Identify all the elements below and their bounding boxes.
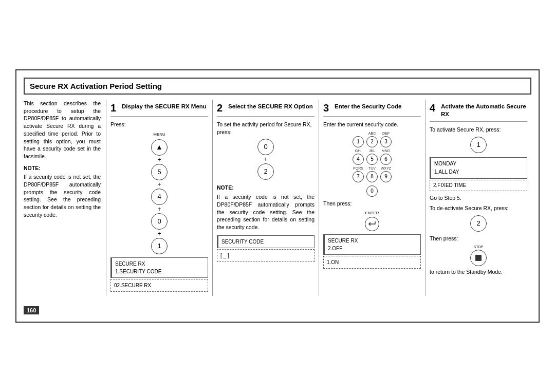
step-4-activate-btn: 1 — [430, 137, 527, 153]
numpad-btn-1: 1 — [353, 136, 364, 147]
numpad-btn-3: 3 — [380, 136, 392, 147]
step-1-lcd-sub: 02.SECURE RX — [110, 279, 208, 292]
step-2-body: To set the activity period for Secure RX… — [217, 121, 314, 262]
numpad-3: DEF 3 — [380, 132, 392, 147]
step-1-header: 1 Display the SECURE RX Menu — [110, 100, 208, 117]
enter-button — [365, 217, 379, 231]
step-4-header: 4 Activate the Automatic Secure RX — [430, 100, 527, 122]
step-1-number: 1 — [110, 103, 120, 113]
numpad-btn-7: 7 — [353, 171, 364, 182]
step-2-title: Select the SECURE RX Option — [228, 103, 313, 110]
step-3-lcd-sub: 1.ON — [323, 256, 421, 269]
enter-button-area: ENTER — [365, 210, 379, 231]
step-4-column: 4 Activate the Automatic Secure RX To ac… — [425, 100, 531, 296]
step-1-keypad: MENU ▲ + 5 + 4 + 0 + 1 — [110, 132, 208, 254]
step-2-number: 2 — [217, 103, 226, 113]
step-3-column: 3 Enter the Security Code Enter the curr… — [319, 100, 425, 296]
step-4-lcd-monday: MONDAY 1.ALL DAY — [430, 157, 527, 179]
main-page: Secure RX Activation Period Setting This… — [15, 69, 540, 323]
numpad-9: WXYZ 9 — [380, 166, 392, 182]
btn-5: 5 — [151, 164, 168, 180]
numpad-btn-5: 5 — [366, 154, 378, 165]
step-3-then-press: Then press: — [323, 200, 421, 208]
deactivate-text: To de-activate Secure RX, press: — [430, 204, 527, 212]
numpad-8: TUV 8 — [366, 166, 378, 182]
note-label: NOTE: — [24, 164, 101, 172]
intro-column: This section describes the procedure to … — [24, 100, 106, 296]
step-1-body: Press: MENU ▲ + 5 + 4 + 0 + 1 — [110, 121, 208, 292]
plus-4: + — [157, 231, 161, 237]
numpad-6: MNO 6 — [380, 149, 392, 165]
intro-note: If a security code is not set, the DP80F… — [24, 173, 101, 218]
step-4-body: To activate Secure RX, press: 1 MONDAY 1… — [430, 126, 527, 276]
btn-4: 4 — [151, 189, 168, 205]
step-3-number: 3 — [323, 103, 332, 113]
step-3-title: Enter the Security Code — [335, 103, 401, 110]
numpad-5: JKL 5 — [366, 149, 378, 165]
deactivate-btn-2: 2 — [470, 215, 487, 232]
numpad-btn-6: 6 — [380, 154, 392, 165]
page-number-area: 160 — [24, 301, 531, 314]
content-area: This section describes the procedure to … — [24, 100, 531, 296]
plus-5: + — [264, 156, 267, 162]
numpad-btn-9: 9 — [380, 171, 392, 182]
numpad-4: GHI 4 — [352, 149, 364, 165]
plus-1: + — [157, 157, 161, 163]
step-4-instruction: To activate Secure RX, press: — [430, 126, 527, 134]
step-4-number: 4 — [430, 103, 439, 113]
btn-0b: 0 — [257, 139, 274, 155]
step-1-title: Display the SECURE RX Menu — [122, 103, 207, 110]
plus-3: + — [157, 206, 161, 212]
btn-1: 1 — [151, 238, 168, 254]
activate-btn-1: 1 — [470, 137, 487, 153]
step-3-instruction: Enter the current security code. — [323, 121, 421, 128]
stop-button — [470, 250, 487, 266]
btn-0: 0 — [151, 213, 168, 230]
numpad-grid: 1 ABC 2 DEF 3 GHI 4 — [352, 132, 392, 182]
step-2-lcd-line1: SECURITY CODE — [221, 238, 311, 246]
step-3-lcd-main: SECURE RX 2.OFF — [323, 234, 421, 255]
numpad-1: 1 — [352, 132, 364, 147]
numpad-btn-4: 4 — [353, 154, 364, 165]
step-2-lcd-sub: [ _ ] — [217, 249, 314, 262]
numpad-btn-8: 8 — [366, 171, 378, 182]
standby-text: to return to the Standby Mode. — [430, 268, 527, 276]
step-4-title: Activate the Automatic Secure RX — [441, 103, 527, 118]
intro-body: This section describes the procedure to … — [24, 100, 101, 160]
enter-label: ENTER — [365, 210, 379, 216]
svg-rect-0 — [475, 255, 482, 261]
numpad-btn-0: 0 — [366, 185, 378, 197]
page-title: Secure RX Activation Period Setting — [24, 78, 531, 95]
step-4-then-press: Then press: — [430, 235, 527, 242]
numpad-7: PQRS 7 — [352, 166, 364, 182]
step-2-note-text: If a security code is not set, the DP80F… — [217, 193, 314, 231]
page-number: 160 — [24, 306, 39, 314]
step-2-column: 2 Select the SECURE RX Option To set the… — [213, 100, 319, 296]
step-2-note: NOTE: If a security code is not set, the… — [217, 184, 314, 231]
step-1-lcd-main: SECURE RX 1.SECURITY CODE — [110, 257, 208, 278]
go-to-step: Go to Step 5. — [430, 194, 527, 202]
plus-2: + — [157, 181, 161, 188]
step-1-column: 1 Display the SECURE RX Menu Press: MENU… — [106, 100, 213, 296]
stop-button-area: STOP — [470, 245, 487, 267]
step-1-instruction: Press: — [110, 121, 208, 128]
step-4-deactivate-btn: 2 — [430, 215, 527, 232]
step-2-header: 2 Select the SECURE RX Option — [217, 100, 314, 117]
step-4-lcd-dashed: 2.FIXED TIME — [430, 180, 527, 191]
up-arrow-button: ▲ — [151, 139, 168, 156]
step-3-header: 3 Enter the Security Code — [323, 100, 421, 117]
numpad-btn-2: 2 — [366, 136, 378, 147]
numpad-2: ABC 2 — [366, 132, 378, 147]
step-2-note-label: NOTE: — [217, 184, 234, 191]
step-2-lcd-main: SECURITY CODE — [217, 235, 314, 248]
step-3-body: Enter the current security code. 1 ABC 2 — [323, 121, 421, 269]
btn-2: 2 — [257, 163, 274, 180]
step-2-keypad: 0 + 2 — [217, 139, 314, 180]
step-2-instruction: To set the activity period for Secure RX… — [217, 121, 314, 136]
numpad-zero-row: 0 — [323, 185, 421, 197]
steps-area: 1 Display the SECURE RX Menu Press: MENU… — [106, 100, 531, 296]
menu-label: MENU — [153, 132, 165, 137]
stop-label: STOP — [474, 245, 484, 250]
